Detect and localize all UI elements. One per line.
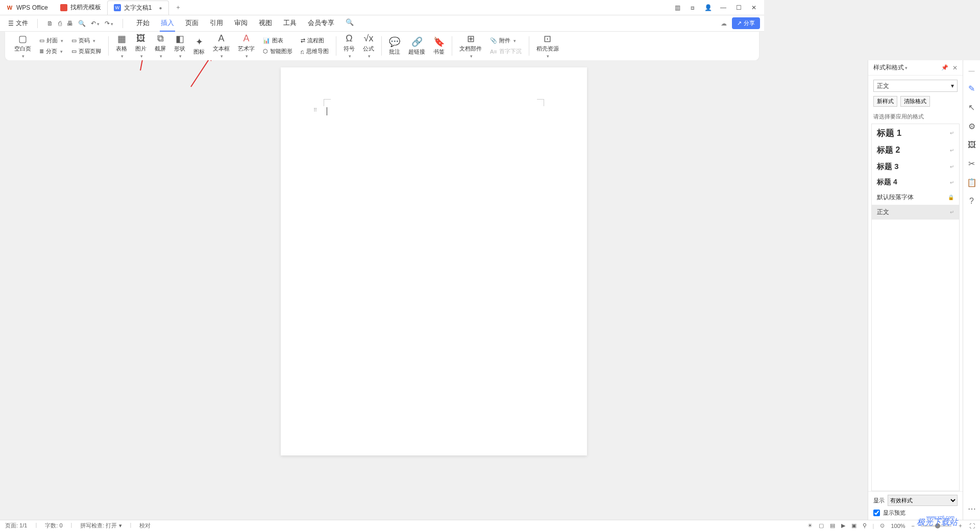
svg-line-2 [191,60,212,87]
layout-icon[interactable]: ▥ [673,4,681,11]
bookmark-button[interactable]: 🔖书签 [429,32,449,60]
tab-templates-label: 找稻壳模板 [70,3,101,12]
tab-document-label: 文字文稿1 [124,4,152,12]
maximize-icon[interactable]: ☐ [734,4,743,11]
icons-button[interactable]: ✦图标 [189,32,209,60]
new-icon[interactable]: 🗎 [47,20,53,27]
user-icon[interactable]: 👤 [704,4,712,11]
preview-icon[interactable]: 🔍 [78,20,86,27]
main: ⠿ 样式和格式 📌 ✕ 正文 ▾ 新样式 清除格式 [0,60,764,400]
table-button[interactable]: ▦表格 [112,32,131,60]
ribbon: ▢空白页 ▭封面 ≣分页 ▭页码 ▭页眉页脚 ▦表格 🖼图片 ⧉截屏 ◧形状 ✦… [5,32,759,60]
smartgraphic-button[interactable]: ⬡智能图形 [261,46,295,56]
quick-access: 🗎 ⎙ 🖶 🔍 ↶ ↷ [43,20,117,27]
template-icon [60,4,67,11]
share-icon: ↗ [737,20,742,27]
flowchart-button[interactable]: ⇄流程图 [299,36,331,45]
cover-button[interactable]: ▭封面 [37,36,65,45]
tab-review[interactable]: 审阅 [233,15,249,32]
headerfooter-button[interactable]: ▭页眉页脚 [69,46,103,56]
tab-page[interactable]: 页面 [184,15,200,32]
share-button[interactable]: ↗ 分享 [732,17,760,29]
text-cursor [327,107,327,115]
save-icon[interactable]: ⎙ [58,20,62,27]
section-button[interactable]: ≣分页 [37,46,65,56]
tab-insert[interactable]: 插入 [160,15,175,32]
hyperlink-button[interactable]: 🔗超链接 [404,32,429,60]
dropcap-button[interactable]: A≡首字下沉 [488,46,524,56]
comment-button[interactable]: 💬批注 [385,32,404,60]
undo-icon[interactable]: ↶ [91,20,100,27]
titlebar: W WPS Office 找稻壳模板 W 文字文稿1 ● ＋ ▥ ⧈ 👤 — ☐… [0,0,764,15]
margin-tr-icon [537,99,544,106]
screenshot-button[interactable]: ⧉截屏 [151,32,170,60]
window-controls: ▥ ⧈ 👤 — ☐ ✕ [673,4,764,11]
tab-tools[interactable]: 工具 [282,15,298,32]
drag-handle-icon[interactable]: ⠿ [313,107,317,113]
cube-icon[interactable]: ⧈ [689,4,697,11]
share-label: 分享 [744,19,755,27]
page[interactable]: ⠿ [281,67,587,400]
annotation-arrow-2 [184,60,219,91]
pagenum-button[interactable]: ▭页码 [69,36,103,45]
tab-document[interactable]: W 文字文稿1 ● [107,1,169,15]
resources-button[interactable]: ⊡稻壳资源 [532,32,563,60]
annotation-arrow-1 [125,60,156,76]
blank-page-button[interactable]: ▢空白页 [10,32,35,60]
shapes-button[interactable]: ◧形状 [170,32,189,60]
tab-templates[interactable]: 找稻壳模板 [54,1,107,15]
equation-button[interactable]: √x公式 [359,32,378,60]
tab-home[interactable]: 开始 [135,15,151,32]
chart-button[interactable]: 📊图表 [261,36,295,45]
file-label: 文件 [16,19,28,28]
app-name: WPS Office [16,4,48,11]
attachment-button[interactable]: 📎附件 [488,36,524,45]
hamburger-icon: ☰ [8,20,14,27]
mindmap-button[interactable]: ⎌思维导图 [299,46,331,56]
symbol-button[interactable]: Ω符号 [339,32,359,60]
document-canvas[interactable]: ⠿ [0,60,764,400]
textbox-button[interactable]: A文本框 [209,32,234,60]
print-icon[interactable]: 🖶 [67,20,73,27]
tab-add-button[interactable]: ＋ [169,3,187,12]
tab-app[interactable]: W WPS Office [0,1,54,15]
menubar: ☰ 文件 🗎 ⎙ 🖶 🔍 ↶ ↷ 开始 插入 页面 引用 审阅 视图 工具 会员… [0,15,764,32]
file-menu[interactable]: ☰ 文件 [4,17,32,30]
tab-view[interactable]: 视图 [258,15,273,32]
svg-marker-3 [207,60,212,61]
redo-icon[interactable]: ↷ [105,20,113,27]
wps-logo-icon: W [6,4,13,11]
cloud-icon[interactable]: ☁ [721,20,727,27]
tab-member[interactable]: 会员专享 [307,15,335,32]
search-icon[interactable]: 🔍 [345,15,355,32]
ribbon-tabs: 开始 插入 页面 引用 审阅 视图 工具 会员专享 🔍 [135,15,355,32]
close-icon[interactable]: ✕ [750,4,758,11]
tab-modified-dot: ● [159,5,162,11]
picture-button[interactable]: 🖼图片 [131,32,151,60]
docparts-button[interactable]: ⊞文档部件 [455,32,486,60]
minimize-icon[interactable]: — [719,4,727,11]
margin-tl-icon [324,99,331,106]
tab-references[interactable]: 引用 [209,15,224,32]
svg-line-0 [140,60,149,70]
doc-icon: W [114,4,121,11]
wordart-button[interactable]: A艺术字 [234,32,259,60]
